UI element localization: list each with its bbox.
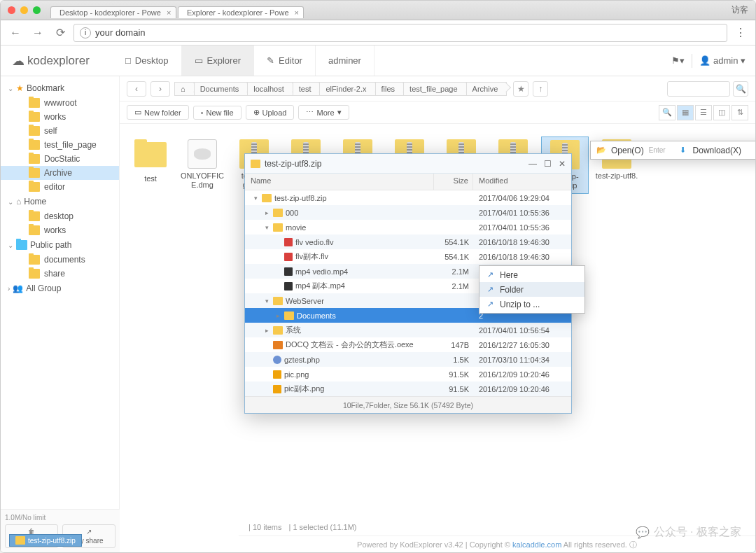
quota-label: 1.0M/No limit [5, 514, 115, 522]
public-icon [16, 240, 27, 250]
tree-row[interactable]: gztest.php 1.5K2017/03/10 11:04:34 [245, 352, 571, 367]
back-button[interactable]: ← [6, 24, 24, 42]
tree-item[interactable]: test_file_page [1, 138, 119, 152]
menu-item[interactable]: 📂 Open(O) Enter [591, 143, 673, 158]
tree-row[interactable]: flv副本.flv 554.1K2016/10/18 19:46:30 [245, 249, 571, 264]
file-item[interactable]: ONLYOFFICE.dmg [178, 136, 226, 194]
tree-item[interactable]: share [1, 267, 119, 281]
tree-item[interactable]: works [1, 110, 119, 124]
menu-item[interactable]: ↗Folder [479, 282, 584, 297]
desktop-icon: □ [125, 55, 131, 66]
nav-adminer[interactable]: adminer [316, 46, 374, 76]
edit-icon: ✎ [267, 55, 274, 66]
tree-row[interactable]: ▾movie 2017/04/01 10:55:36 [245, 220, 571, 234]
minimize-icon[interactable]: — [528, 159, 537, 169]
path-search[interactable] [667, 81, 730, 97]
flag-icon[interactable]: ⚑▾ [671, 55, 685, 66]
tree-item[interactable]: documents [1, 253, 119, 267]
menu-item[interactable]: ● Share [748, 143, 756, 158]
folder-icon [29, 211, 40, 221]
info-icon[interactable]: ⓘ [629, 540, 637, 549]
modal-title: test-zip-utf8.zip [265, 159, 321, 169]
tree-item[interactable]: works [1, 223, 119, 237]
close-dot[interactable] [8, 6, 15, 14]
tree-home[interactable]: ⌄⌂Home [1, 194, 119, 209]
favorite-button[interactable]: ★ [513, 81, 528, 97]
zoom-dot[interactable] [33, 6, 41, 14]
address-bar: ← → ⟳ iyour domain ⋮ [1, 20, 755, 46]
titlebar: Desktop - kodexplorer - Powe× Explorer -… [1, 1, 755, 20]
close-icon[interactable]: × [167, 8, 171, 17]
new-file-button[interactable]: ▫New file [193, 106, 241, 120]
reload-button[interactable]: ⟳ [51, 24, 69, 42]
folder-icon [29, 126, 40, 136]
tree-allgroup[interactable]: ›👥All Group [1, 281, 119, 296]
view-grid[interactable]: ▦ [677, 105, 694, 120]
tree-row[interactable]: ▾test-zip-utf8.zip 2017/04/06 19:29:04 [245, 190, 571, 205]
nav-editor[interactable]: ✎Editor [254, 46, 316, 76]
tree-row[interactable]: pic.png 91.5K2016/12/09 10:20:46 [245, 367, 571, 382]
browser-tab-active[interactable]: Explorer - kodexplorer - Powe× [178, 6, 304, 18]
sort-button[interactable]: ⇅ [732, 105, 748, 120]
folder-icon [29, 168, 40, 178]
breadcrumb[interactable]: test [293, 82, 321, 96]
file-item[interactable]: test [127, 136, 174, 194]
footer-link[interactable]: kalcaddle.com [512, 540, 561, 549]
col-size[interactable]: Size [434, 174, 473, 190]
view-list[interactable]: ☰ [695, 105, 712, 120]
folder-icon [29, 255, 40, 265]
col-name[interactable]: Name [245, 174, 434, 190]
search-button[interactable]: 🔍 [733, 81, 748, 97]
maximize-icon[interactable]: ☐ [544, 159, 552, 169]
tree-row[interactable]: flv vedio.flv 554.1K2016/10/18 19:46:30 [245, 234, 571, 249]
sidebar: ⌄★Bookmark wwwrootworksselftest_file_pag… [1, 76, 120, 552]
more-button[interactable]: ⋯More▾ [298, 105, 349, 120]
breadcrumb[interactable]: files [375, 82, 405, 96]
tree-item[interactable]: DocStatic [1, 152, 119, 166]
tree-row[interactable]: DOCQ 文档云 - 会办公的文档云.oexe 147B2016/12/27 1… [245, 337, 571, 352]
breadcrumb-home[interactable]: ⌂ [174, 82, 195, 96]
tree-row[interactable]: pic副本.png 91.5K2016/12/09 10:20:46 [245, 382, 571, 396]
forward-button[interactable]: → [29, 24, 47, 42]
path-forward[interactable]: › [150, 81, 170, 97]
tree-public[interactable]: ⌄Public path [1, 237, 119, 253]
close-icon[interactable]: × [295, 8, 299, 17]
breadcrumb[interactable]: Archive [466, 82, 507, 96]
user-menu[interactable]: 👤 admin ▾ [699, 55, 746, 66]
new-folder-button[interactable]: ▭New folder [127, 105, 189, 120]
menu-icon[interactable]: ⋮ [732, 26, 750, 39]
col-modified[interactable]: Modified [473, 174, 571, 190]
share-icon: ↗ [86, 528, 92, 536]
breadcrumb[interactable]: localhost [247, 82, 293, 96]
tree-row[interactable]: ▸000 2017/04/01 10:55:36 [245, 205, 571, 220]
nav-explorer[interactable]: ▭Explorer [182, 46, 254, 76]
nav-desktop[interactable]: □Desktop [113, 46, 182, 76]
menu-item[interactable]: ⬇ Download(X) [673, 143, 748, 158]
browser-tab[interactable]: Desktop - kodexplorer - Powe× [50, 6, 176, 18]
tree-bookmark[interactable]: ⌄★Bookmark [1, 80, 119, 96]
menu-item[interactable]: ↗Here [479, 267, 584, 282]
close-icon[interactable]: ✕ [559, 159, 566, 169]
folder-icon [29, 269, 40, 279]
breadcrumb[interactable]: elFinder-2.x [319, 82, 375, 96]
upload-icon: ⊕ [253, 108, 260, 117]
url-field[interactable]: iyour domain [74, 24, 727, 42]
file-icon: ▫ [201, 108, 204, 117]
tree-item[interactable]: editor [1, 180, 119, 194]
tree-row[interactable]: ▸系统 2017/04/01 10:56:54 [245, 323, 571, 337]
tree-item[interactable]: self [1, 124, 119, 138]
path-back[interactable]: ‹ [127, 81, 146, 97]
breadcrumb[interactable]: test_file_page [403, 82, 467, 96]
upload-button[interactable]: ⊕Upload [246, 105, 295, 120]
tree-item[interactable]: desktop [1, 209, 119, 223]
minimize-dot[interactable] [20, 6, 28, 14]
tree-item[interactable]: wwwroot [1, 96, 119, 110]
search-icon[interactable]: 🔍 [659, 105, 676, 120]
taskbar-item[interactable]: test-zip-utf8.zip [9, 534, 82, 547]
up-button[interactable]: ↑ [533, 81, 548, 97]
tree-item[interactable]: Archive [1, 166, 119, 180]
breadcrumb[interactable]: Documents [194, 82, 248, 96]
traffic-lights[interactable] [8, 6, 41, 14]
view-split[interactable]: ◫ [713, 105, 730, 120]
menu-item[interactable]: ↗Unzip to ... [479, 297, 584, 312]
